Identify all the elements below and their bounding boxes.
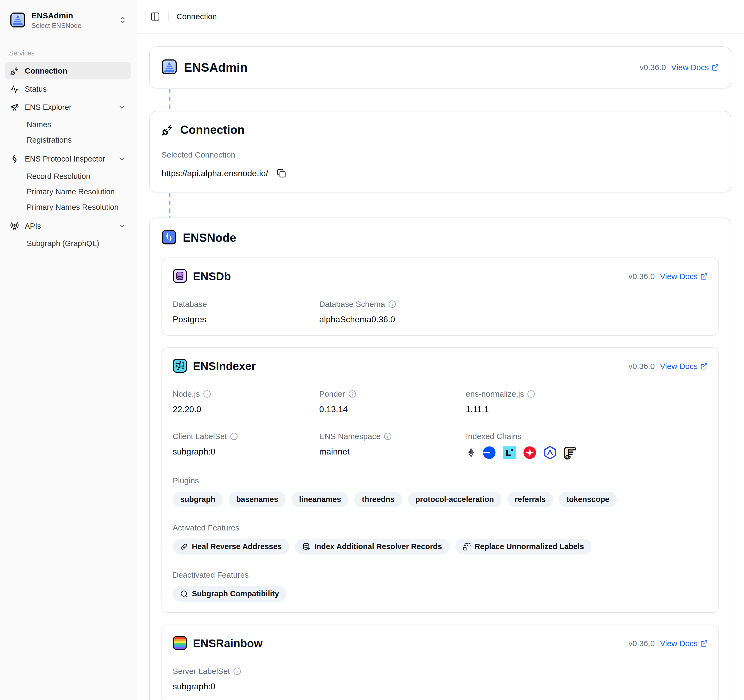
sidebar-item-registrations[interactable]: Registrations — [22, 132, 131, 148]
field-database: Database Postgres — [173, 299, 319, 325]
plugin-badge: referrals — [507, 491, 553, 507]
copy-icon — [277, 169, 286, 178]
ensadmin-version: v0.36.0 — [640, 63, 666, 72]
info-icon[interactable] — [348, 390, 356, 398]
brand-subtitle: Select ENSNode — [31, 22, 112, 30]
chevron-down-icon — [118, 222, 126, 230]
ensdb-card-title: ENSDb — [193, 270, 231, 283]
sidebar-item-primary-name-resolution[interactable]: Primary Name Resolution — [22, 184, 131, 200]
field-ens-namespace: ENS Namespace mainnet — [319, 432, 466, 460]
connection-url: https://api.alpha.ensnode.io/ — [161, 168, 268, 178]
field-server-labelset: Server LabelSet subgraph:0 — [173, 667, 319, 691]
plug-zap-icon — [10, 67, 19, 76]
field-indexed-chains: Indexed Chains — [466, 432, 612, 460]
arbitrum-chain-icon — [543, 445, 558, 460]
sidebar-item-apis[interactable]: APIs — [5, 217, 131, 235]
plugin-badge: basenames — [229, 491, 286, 507]
connector-line — [168, 192, 171, 217]
optimism-chain-icon — [522, 445, 537, 460]
info-icon[interactable] — [527, 390, 535, 398]
external-link-icon — [700, 273, 708, 280]
field-client-labelset: Client LabelSet subgraph:0 — [173, 432, 319, 460]
external-link-icon — [700, 640, 708, 647]
plugin-badge: threedns — [354, 491, 402, 507]
search-icon — [180, 590, 188, 598]
sidebar-item-ens-explorer[interactable]: ENS Explorer — [5, 98, 131, 116]
feature-badge-subgraph-compatibility: Subgraph Compatibility — [173, 586, 286, 602]
replace-icon — [463, 543, 471, 551]
field-database-schema: Database Schema alphaSchema0.36.0 — [319, 299, 466, 325]
plug-zap-icon — [161, 124, 174, 136]
sidebar-toggle-button[interactable] — [147, 8, 164, 25]
plugin-badge: protocol-acceleration — [408, 491, 501, 507]
database-plus-icon — [302, 543, 311, 551]
ensindexer-logo-icon — [173, 359, 187, 374]
ensrainbow-view-docs-link[interactable]: View Docs — [660, 639, 708, 648]
feature-badge-index-additional-resolver-records: Index Additional Resolver Records — [295, 539, 449, 554]
connection-card-title: Connection — [180, 123, 245, 137]
sidebar: ENSAdmin Select ENSNode Services Connect… — [0, 0, 137, 700]
activated-features-label: Activated Features — [173, 523, 708, 532]
sidebar-item-connection[interactable]: Connection — [5, 63, 131, 79]
sidebar-item-primary-names-resolution[interactable]: Primary Names Resolution — [22, 200, 131, 215]
deactivated-features-row: Subgraph Compatibility — [173, 586, 708, 602]
external-link-icon — [711, 64, 719, 71]
ensdb-card: ENSDb v0.36.0 View Docs Database — [161, 258, 719, 336]
plugins-label: Plugins — [173, 476, 708, 485]
ensrainbow-version: v0.36.0 — [628, 639, 655, 648]
breadcrumb: Connection — [176, 12, 217, 21]
base-chain-icon — [482, 445, 497, 460]
info-icon[interactable] — [203, 390, 211, 398]
ensadmin-view-docs-link[interactable]: View Docs — [671, 63, 719, 72]
topbar-divider — [168, 12, 169, 21]
linea-chain-icon — [502, 445, 517, 460]
field-ponder: Ponder 0.13.14 — [319, 389, 466, 414]
ensrainbow-logo-icon — [173, 636, 187, 651]
ensrainbow-card: ENSRainbow v0.36.0 View Docs Server — [161, 624, 719, 700]
field-ens-normalize: ens-normalize.js 1.11.1 — [466, 389, 612, 414]
ensdb-view-docs-link[interactable]: View Docs — [660, 272, 708, 281]
content: ENSAdmin v0.36.0 View Docs Conne — [137, 34, 744, 700]
sidebar-nav: Services Connection Status ENS Explorer — [0, 49, 136, 251]
telescope-icon — [10, 103, 19, 112]
ens-diamond-icon — [10, 155, 19, 164]
sidebar-item-record-resolution[interactable]: Record Resolution — [22, 168, 131, 184]
info-icon[interactable] — [384, 432, 392, 440]
info-icon[interactable] — [230, 432, 238, 440]
apis-submenu: Subgraph (GraphQL) — [18, 236, 131, 251]
sidebar-item-status[interactable]: Status — [5, 80, 131, 98]
selected-connection-label: Selected Connection — [161, 150, 719, 159]
panel-left-icon — [150, 12, 160, 21]
sidebar-item-names[interactable]: Names — [22, 117, 131, 132]
feature-badge-heal-reverse-addresses: Heal Reverse Addresses — [173, 539, 289, 554]
indexed-chains-row — [466, 445, 612, 460]
field-nodejs: Node.js 22.20.0 — [173, 389, 319, 414]
sidebar-item-subgraph-graphql[interactable]: Subgraph (GraphQL) — [22, 236, 131, 251]
sidebar-item-ens-protocol-inspector[interactable]: ENS Protocol Inspector — [5, 150, 131, 167]
scroll-chain-icon — [563, 445, 578, 460]
activity-icon — [10, 85, 19, 94]
ensadmin-logo-icon — [161, 59, 177, 76]
topbar: Connection — [137, 0, 744, 34]
nav-section-label: Services — [0, 49, 136, 57]
connection-card: Connection Selected Connection https://a… — [149, 111, 731, 192]
copy-url-button[interactable] — [274, 166, 288, 180]
deactivated-features-label: Deactivated Features — [173, 570, 708, 579]
info-icon[interactable] — [388, 300, 396, 308]
ensnode-selector[interactable]: ENSAdmin Select ENSNode — [7, 9, 129, 32]
info-icon[interactable] — [233, 667, 241, 675]
ensadmin-logo-icon — [10, 12, 25, 29]
ensindexer-view-docs-link[interactable]: View Docs — [660, 362, 708, 371]
connector-line — [168, 88, 171, 111]
bandage-icon — [180, 543, 188, 551]
app-root: ENSAdmin Select ENSNode Services Connect… — [0, 0, 744, 700]
plugins-row: subgraph basenames lineanames threedns p… — [173, 491, 708, 507]
ensindexer-card: ENSIndexer v0.36.0 View Docs Node. — [161, 347, 719, 613]
ethereum-chain-icon — [466, 445, 476, 460]
activated-features-row: Heal Reverse Addresses Index Additional … — [173, 539, 708, 554]
brand-title: ENSAdmin — [31, 11, 112, 20]
chevron-down-icon — [118, 155, 126, 163]
plugin-badge: subgraph — [173, 491, 223, 507]
ensnode-logo-icon — [161, 230, 176, 246]
chevron-down-icon — [118, 103, 126, 111]
